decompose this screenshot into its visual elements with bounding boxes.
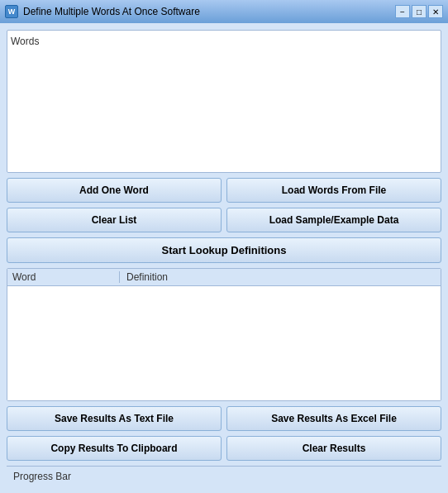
results-table: Word Definition <box>7 268 441 401</box>
start-lookup-button[interactable]: Start Lookup Definitions <box>7 237 441 263</box>
words-section: Words <box>7 30 441 173</box>
app-icon: W <box>5 5 18 18</box>
clear-results-button[interactable]: Clear Results <box>226 436 441 461</box>
col-definition-header: Definition <box>120 271 436 283</box>
row-clear-sample: Clear List Load Sample/Example Data <box>7 208 441 232</box>
row-save: Save Results As Text File Save Results A… <box>7 406 441 431</box>
maximize-button[interactable]: □ <box>412 5 427 18</box>
close-button[interactable]: ✕ <box>428 5 443 18</box>
minimize-button[interactable]: − <box>395 5 410 18</box>
results-header: Word Definition <box>7 269 441 286</box>
col-word-header: Word <box>12 271 120 283</box>
save-results-text-button[interactable]: Save Results As Text File <box>7 406 222 431</box>
main-content: Words Add One Word Load Words From File … <box>0 23 448 493</box>
results-body <box>7 286 441 400</box>
row-copy-clear: Copy Results To Clipboard Clear Results <box>7 436 441 461</box>
load-sample-data-button[interactable]: Load Sample/Example Data <box>226 208 441 232</box>
words-input[interactable] <box>11 49 437 165</box>
save-results-excel-button[interactable]: Save Results As Excel File <box>226 406 441 431</box>
progress-bar-label: Progress Bar <box>13 471 71 482</box>
window-title: Define Multiple Words At Once Software <box>23 6 390 17</box>
title-bar: W Define Multiple Words At Once Software… <box>0 0 448 23</box>
progress-bar-section: Progress Bar <box>7 466 441 486</box>
add-one-word-button[interactable]: Add One Word <box>7 178 222 203</box>
clear-list-button[interactable]: Clear List <box>7 208 222 232</box>
copy-results-clipboard-button[interactable]: Copy Results To Clipboard <box>7 436 222 461</box>
row-add-load: Add One Word Load Words From File <box>7 178 441 203</box>
load-words-from-file-button[interactable]: Load Words From File <box>226 178 441 203</box>
window-controls: − □ ✕ <box>395 5 443 18</box>
words-label: Words <box>11 36 437 47</box>
